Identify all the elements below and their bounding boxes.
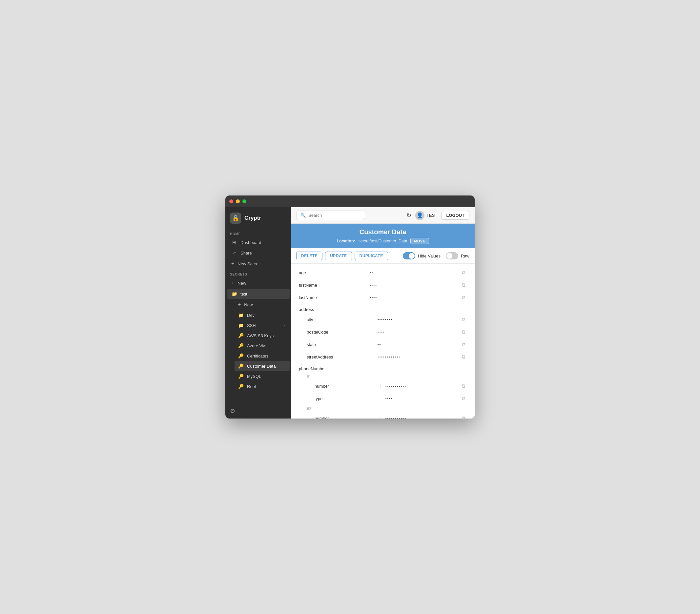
sidebar-item-customer-data[interactable]: 🔑 Customer Data bbox=[235, 361, 290, 371]
key-icon: 🔑 bbox=[238, 384, 244, 389]
settings-button[interactable]: ⚙ bbox=[230, 408, 235, 415]
field-row-city: city : •••••••• ⧉ bbox=[291, 313, 475, 326]
sidebar-item-azure-vm[interactable]: 🔑 Azure VM bbox=[235, 341, 290, 351]
copy-button-state[interactable]: ⧉ bbox=[461, 341, 467, 348]
header-bar: 🔍 ↻ 👤 TEST LOGOUT bbox=[291, 207, 475, 224]
plus-icon: + bbox=[231, 261, 234, 267]
sidebar-item-dashboard[interactable]: ⊞ Dashboard bbox=[227, 237, 290, 247]
sidebar-item-test[interactable]: 📁 test bbox=[227, 289, 290, 299]
field-key-phone1-type: type bbox=[315, 396, 380, 401]
minimize-button[interactable] bbox=[236, 199, 240, 203]
colon: : bbox=[372, 330, 374, 335]
hide-values-toggle[interactable] bbox=[403, 252, 415, 260]
sidebar-item-label: New bbox=[237, 281, 246, 286]
copy-button-city[interactable]: ⧉ bbox=[461, 316, 467, 323]
sidebar-item-label: Dashboard bbox=[240, 240, 261, 245]
sidebar: 🔒 Cryptr HOME ⊞ Dashboard ↗ Share + New … bbox=[225, 207, 291, 418]
copy-button-phone2-number[interactable]: ⧉ bbox=[461, 415, 467, 418]
key-icon: 🔑 bbox=[238, 343, 244, 348]
copy-button-postalcode[interactable]: ⧉ bbox=[461, 328, 467, 336]
field-key-lastname: lastName bbox=[299, 295, 364, 300]
sidebar-item-secrets-new[interactable]: + New bbox=[227, 278, 290, 288]
field-value-phone2-number: ••••••••••• bbox=[385, 416, 461, 418]
field-key-city: city bbox=[307, 317, 372, 322]
search-input[interactable] bbox=[308, 213, 361, 218]
field-row-phone2-number: number : ••••••••••• ⧉ bbox=[291, 412, 475, 418]
field-row-phone1-number: number : ••••••••••• ⧉ bbox=[291, 380, 475, 392]
field-key-firstname: firstName bbox=[299, 283, 364, 288]
sidebar-footer: ⚙ bbox=[225, 403, 291, 418]
sidebar-item-label: Certificates bbox=[247, 354, 268, 359]
sidebar-item-share[interactable]: ↗ Share bbox=[227, 248, 290, 258]
plus-icon: + bbox=[238, 302, 241, 308]
duplicate-button[interactable]: DUPLICATE bbox=[354, 252, 388, 260]
raw-label: Raw bbox=[461, 253, 470, 259]
colon: : bbox=[380, 384, 382, 389]
sidebar-item-aws-s3-keys[interactable]: 🔑 AWS S3 Keys bbox=[235, 330, 290, 340]
sidebar-item-dev[interactable]: 📁 Dev bbox=[235, 310, 290, 320]
content-title: Customer Data bbox=[291, 228, 475, 236]
field-value-age: •• bbox=[370, 271, 461, 275]
field-key-phone1-number: number bbox=[315, 384, 380, 389]
key-icon: 🔑 bbox=[238, 363, 244, 369]
sidebar-item-new-in-test[interactable]: + New bbox=[235, 299, 290, 310]
field-row-firstname: firstName : •••• ⧉ bbox=[291, 279, 475, 291]
address-section-label: address bbox=[291, 304, 475, 313]
delete-button[interactable]: DELETE bbox=[296, 252, 323, 260]
raw-toggle[interactable] bbox=[446, 252, 458, 260]
logo: 🔒 Cryptr bbox=[225, 207, 291, 229]
copy-button-phone1-type[interactable]: ⧉ bbox=[461, 395, 467, 402]
home-section-label: HOME bbox=[225, 229, 291, 237]
plus-icon: + bbox=[231, 280, 234, 286]
sidebar-item-root[interactable]: 🔑 Root bbox=[235, 381, 290, 391]
maximize-button[interactable] bbox=[242, 199, 246, 203]
user-label: TEST bbox=[426, 213, 437, 218]
header-right: ↻ 👤 TEST LOGOUT bbox=[407, 211, 470, 220]
field-row-phone1-type: type : •••• ⧉ bbox=[291, 392, 475, 405]
field-value-postalcode: •••• bbox=[377, 330, 461, 334]
field-key-age: age bbox=[299, 270, 364, 275]
main-panel: 🔍 ↻ 👤 TEST LOGOUT Customer Data Location… bbox=[291, 207, 475, 418]
phone-group-2-index: #2 bbox=[291, 405, 475, 412]
logout-button[interactable]: LOGOUT bbox=[441, 211, 470, 220]
field-row-state: state : •• ⧉ bbox=[291, 338, 475, 351]
field-key-state: state bbox=[307, 342, 372, 347]
sidebar-item-label: Root bbox=[247, 384, 256, 389]
content-header: Customer Data Location: secret/test/Cust… bbox=[291, 224, 475, 248]
sidebar-item-label: New Secret bbox=[237, 261, 260, 266]
close-button[interactable] bbox=[229, 199, 233, 203]
search-box[interactable]: 🔍 bbox=[296, 211, 365, 220]
field-value-lastname: •••• bbox=[370, 296, 461, 299]
copy-button-lastname[interactable]: ⧉ bbox=[461, 294, 467, 301]
logo-label: Cryptr bbox=[245, 215, 261, 222]
field-key-streetaddress: streetAddress bbox=[307, 354, 372, 360]
colon: : bbox=[380, 416, 382, 419]
sidebar-item-label: MySQL bbox=[247, 374, 261, 379]
field-key-phone2-number: number bbox=[315, 416, 380, 419]
colon: : bbox=[380, 396, 382, 401]
update-button[interactable]: UPDATE bbox=[325, 252, 352, 260]
sidebar-item-label: Dev bbox=[247, 313, 254, 318]
copy-button-age[interactable]: ⧉ bbox=[461, 269, 467, 276]
field-value-phone1-type: •••• bbox=[385, 397, 461, 400]
sidebar-item-new-secret[interactable]: + New Secret bbox=[227, 259, 290, 269]
user-badge: 👤 TEST bbox=[415, 211, 437, 220]
folder-icon: 📁 bbox=[238, 323, 244, 328]
copy-button-phone1-number[interactable]: ⧉ bbox=[461, 383, 467, 390]
app-window: 🔒 Cryptr HOME ⊞ Dashboard ↗ Share + New … bbox=[225, 196, 475, 418]
user-avatar: 👤 bbox=[415, 211, 424, 220]
location-label: Location: bbox=[337, 239, 355, 243]
move-button[interactable]: MOVE bbox=[410, 238, 429, 245]
refresh-button[interactable]: ↻ bbox=[407, 212, 411, 219]
copy-button-firstname[interactable]: ⧉ bbox=[461, 281, 467, 289]
sidebar-item-certificates[interactable]: 🔑 Certificates bbox=[235, 351, 290, 361]
field-row-streetaddress: streetAddress : •••••••••••• ⧉ bbox=[291, 351, 475, 363]
title-bar bbox=[225, 196, 475, 207]
sidebar-item-ssh[interactable]: 📁 SSH ⋮ bbox=[235, 321, 290, 330]
app-body: 🔒 Cryptr HOME ⊞ Dashboard ↗ Share + New … bbox=[225, 207, 475, 418]
field-value-firstname: •••• bbox=[370, 283, 461, 287]
search-icon: 🔍 bbox=[300, 213, 306, 218]
sidebar-item-mysql[interactable]: 🔑 MySQL bbox=[235, 371, 290, 381]
action-buttons: DELETE UPDATE DUPLICATE bbox=[296, 252, 388, 260]
copy-button-streetaddress[interactable]: ⧉ bbox=[461, 353, 467, 361]
